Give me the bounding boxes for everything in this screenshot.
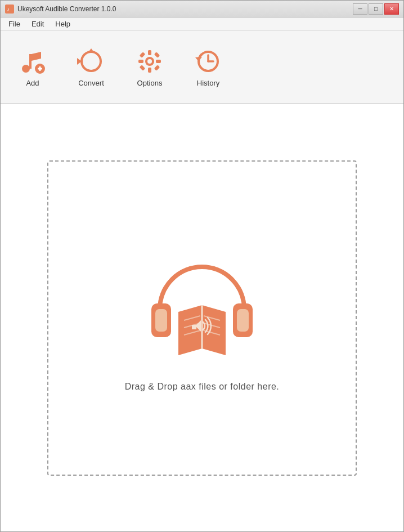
svg-rect-15	[140, 52, 146, 58]
history-icon	[194, 47, 222, 75]
title-bar: ♪ Ukeysoft Audible Converter 1.0.0 ─ □ ✕	[1, 1, 403, 17]
maximize-button[interactable]: □	[369, 3, 383, 15]
svg-rect-35	[192, 325, 196, 329]
toolbar-options-button[interactable]: Options	[129, 43, 170, 92]
add-label: Add	[26, 79, 39, 87]
convert-icon	[77, 47, 105, 75]
history-label: History	[197, 79, 219, 87]
title-bar-controls: ─ □ ✕	[353, 3, 399, 15]
options-icon	[136, 47, 164, 75]
svg-marker-22	[195, 57, 202, 61]
toolbar: Add Convert	[1, 31, 403, 104]
menu-file[interactable]: File	[3, 18, 26, 30]
app-small-icon: ♪	[5, 5, 14, 14]
svg-rect-13	[138, 60, 143, 63]
toolbar-add-button[interactable]: Add	[12, 43, 53, 92]
drop-zone-icon	[140, 244, 264, 368]
add-icon	[19, 47, 47, 75]
svg-rect-14	[156, 60, 161, 63]
svg-point-10	[147, 59, 152, 64]
drop-zone-text: Drag & Drop aax files or folder here.	[125, 382, 280, 392]
svg-text:♪: ♪	[7, 6, 10, 12]
title-bar-left: ♪ Ukeysoft Audible Converter 1.0.0	[5, 5, 116, 14]
toolbar-convert-button[interactable]: Convert	[70, 43, 112, 92]
svg-rect-18	[154, 65, 160, 71]
svg-rect-3	[29, 54, 32, 69]
window-title: Ukeysoft Audible Converter 1.0.0	[17, 5, 116, 13]
convert-label: Convert	[78, 79, 104, 87]
svg-rect-16	[154, 52, 160, 58]
menu-help[interactable]: Help	[50, 18, 76, 30]
main-content: Drag & Drop aax files or folder here.	[1, 104, 403, 531]
svg-rect-17	[140, 65, 146, 71]
svg-rect-11	[148, 50, 151, 55]
app-window: ♪ Ukeysoft Audible Converter 1.0.0 ─ □ ✕…	[0, 0, 404, 532]
svg-rect-24	[155, 309, 167, 332]
drop-zone[interactable]: Drag & Drop aax files or folder here.	[47, 160, 357, 476]
svg-point-2	[22, 65, 30, 73]
toolbar-history-button[interactable]: History	[187, 43, 229, 92]
minimize-button[interactable]: ─	[353, 3, 367, 15]
menu-edit[interactable]: Edit	[26, 18, 50, 30]
close-button[interactable]: ✕	[384, 3, 399, 15]
options-label: Options	[137, 79, 163, 87]
menu-bar: File Edit Help	[1, 17, 403, 31]
svg-rect-26	[237, 309, 249, 332]
svg-rect-12	[148, 68, 151, 73]
svg-marker-7	[88, 48, 95, 53]
svg-rect-6	[39, 66, 41, 71]
